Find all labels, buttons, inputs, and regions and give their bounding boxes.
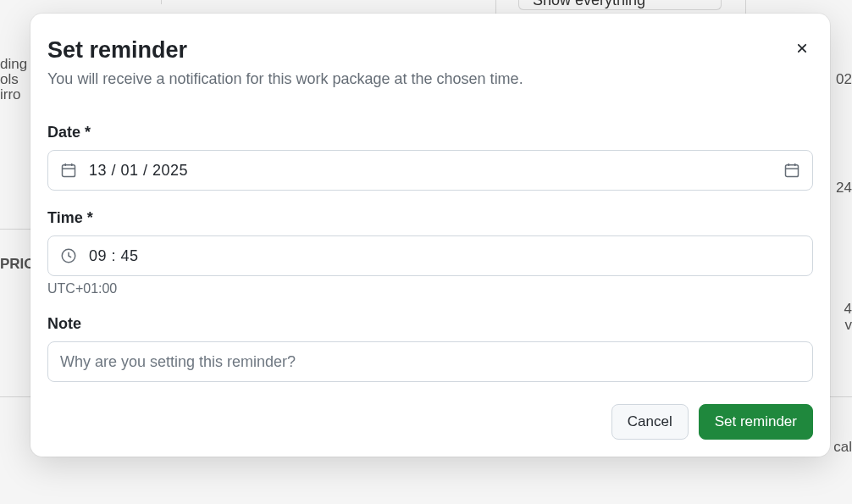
modal-header: Set reminder (47, 37, 813, 69)
close-button[interactable] (791, 37, 813, 63)
time-field-group: Time * 09 : 45 UTC+01:00 (47, 209, 813, 296)
set-reminder-button[interactable]: Set reminder (699, 404, 813, 440)
note-input[interactable] (60, 353, 800, 371)
note-field-group: Note (47, 315, 813, 382)
set-reminder-modal: Set reminder You will receive a notifica… (30, 14, 830, 457)
close-icon (794, 41, 810, 56)
clock-icon (60, 247, 77, 264)
svg-rect-0 (63, 165, 75, 177)
date-input[interactable]: 13 / 01 / 2025 (47, 150, 813, 191)
cancel-button[interactable]: Cancel (611, 404, 689, 440)
modal-subtitle: You will receive a notification for this… (47, 69, 813, 90)
date-value: 13 / 01 / 2025 (89, 162, 783, 180)
timezone-text: UTC+01:00 (47, 281, 813, 296)
modal-title: Set reminder (47, 37, 187, 64)
note-label: Note (47, 315, 813, 333)
time-input[interactable]: 09 : 45 (47, 235, 813, 276)
calendar-picker-icon[interactable] (783, 162, 800, 179)
time-value: 09 : 45 (89, 247, 800, 265)
date-field-group: Date * 13 / 01 / 2025 (47, 124, 813, 191)
svg-rect-4 (786, 165, 799, 177)
note-input-wrap[interactable] (47, 341, 813, 382)
date-label: Date * (47, 124, 813, 141)
modal-footer: Cancel Set reminder (47, 404, 813, 440)
time-label: Time * (47, 209, 813, 227)
calendar-icon (60, 162, 77, 179)
